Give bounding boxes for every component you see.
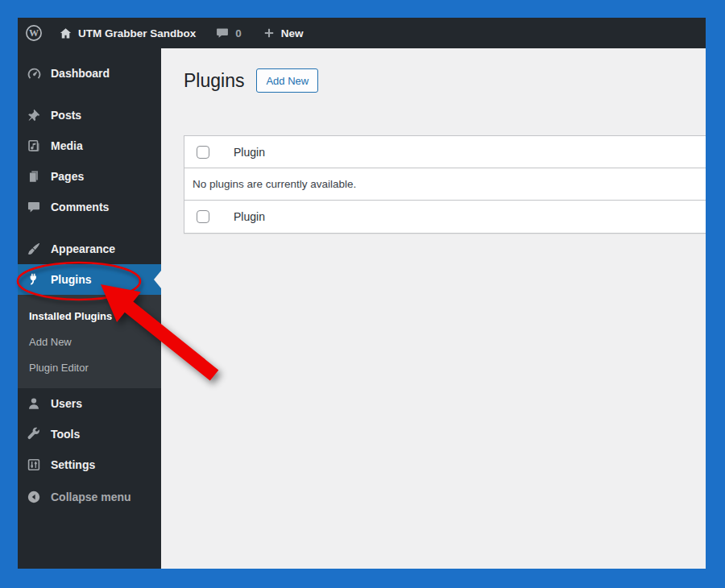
menu-separator — [18, 222, 161, 234]
sidebar-item-plugins[interactable]: Plugins — [18, 264, 161, 295]
sidebar-item-dashboard[interactable]: Dashboard — [18, 58, 161, 89]
no-plugins-message: No plugins are currently available. — [184, 178, 356, 190]
submenu-item-label: Plugin Editor — [29, 362, 89, 374]
comments-bubble-icon — [215, 26, 230, 40]
collapse-arrow-icon — [26, 489, 42, 505]
collapse-menu-label: Collapse menu — [51, 491, 131, 503]
wordpress-admin-window: W UTM Grabber Sandbox 0 — [18, 18, 706, 569]
table-footer-row: Plugin — [184, 201, 706, 233]
wrench-icon — [26, 426, 42, 442]
sidebar-item-posts[interactable]: Posts — [18, 100, 161, 130]
admin-bar-comments-link[interactable]: 0 — [215, 26, 242, 40]
submenu-item-plugin-editor[interactable]: Plugin Editor — [18, 354, 161, 380]
menu-separator — [18, 89, 161, 100]
table-empty-row: No plugins are currently available. — [184, 168, 706, 201]
main-content: Plugins Add New Plugin No plugins are cu… — [161, 48, 706, 569]
sidebar-item-users[interactable]: Users — [18, 388, 161, 419]
dashboard-gauge-icon — [26, 65, 42, 81]
home-icon — [59, 27, 72, 40]
pages-icon — [26, 168, 42, 184]
sidebar-item-label: Settings — [51, 458, 95, 471]
sidebar-item-label: Plugins — [51, 273, 92, 286]
sidebar-item-label: Posts — [51, 109, 81, 122]
sidebar-item-tools[interactable]: Tools — [18, 419, 161, 449]
sidebar-item-media[interactable]: Media — [18, 130, 161, 161]
user-icon — [26, 395, 42, 412]
plugin-column-header: Plugin — [234, 146, 265, 159]
sidebar-item-label: Tools — [51, 428, 80, 441]
sidebar-item-label: Appearance — [51, 242, 115, 255]
collapse-menu-button[interactable]: Collapse menu — [18, 482, 161, 512]
wordpress-logo-icon: W — [25, 24, 43, 42]
select-all-checkbox-top[interactable] — [197, 146, 209, 159]
submenu-item-label: Add New — [29, 336, 72, 348]
comments-count: 0 — [235, 27, 242, 39]
select-all-checkbox-bottom[interactable] — [197, 210, 209, 223]
plus-icon — [263, 27, 276, 39]
wordpress-logo[interactable]: W — [25, 24, 43, 42]
media-icon — [26, 138, 42, 154]
admin-sidebar: Dashboard Posts Media — [18, 48, 161, 569]
sidebar-item-comments[interactable]: Comments — [18, 192, 161, 222]
plugins-list-table: Plugin No plugins are currently availabl… — [184, 135, 706, 234]
sidebar-item-label: Pages — [51, 170, 84, 183]
sidebar-item-label: Users — [51, 397, 82, 410]
admin-bar-site-link[interactable]: UTM Grabber Sandbox — [59, 27, 196, 40]
sidebar-item-label: Media — [51, 139, 83, 152]
admin-bar-new-link[interactable]: New — [263, 27, 304, 39]
comment-bubble-icon — [26, 199, 42, 215]
settings-sliders-icon — [26, 457, 42, 473]
new-label: New — [281, 27, 304, 39]
page-title: Plugins — [184, 68, 244, 93]
page-header: Plugins Add New — [161, 48, 706, 93]
sidebar-item-pages[interactable]: Pages — [18, 161, 161, 192]
admin-bar: W UTM Grabber Sandbox 0 — [18, 18, 706, 48]
site-name: UTM Grabber Sandbox — [78, 27, 196, 39]
sidebar-item-appearance[interactable]: Appearance — [18, 234, 161, 264]
plugin-column-footer: Plugin — [234, 210, 265, 223]
pushpin-icon — [26, 107, 42, 123]
sidebar-item-label: Dashboard — [51, 67, 110, 80]
submenu-item-installed-plugins[interactable]: Installed Plugins — [18, 303, 161, 329]
submenu-item-label: Installed Plugins — [29, 310, 112, 322]
svg-text:W: W — [29, 27, 39, 39]
plugins-submenu: Installed Plugins Add New Plugin Editor — [18, 295, 161, 388]
add-new-button[interactable]: Add New — [256, 68, 318, 93]
paintbrush-icon — [26, 241, 42, 257]
submenu-item-add-new[interactable]: Add New — [18, 329, 161, 354]
sidebar-item-label: Comments — [51, 201, 109, 213]
table-header-row: Plugin — [184, 136, 706, 168]
plug-icon — [26, 271, 42, 288]
sidebar-item-settings[interactable]: Settings — [18, 449, 161, 480]
